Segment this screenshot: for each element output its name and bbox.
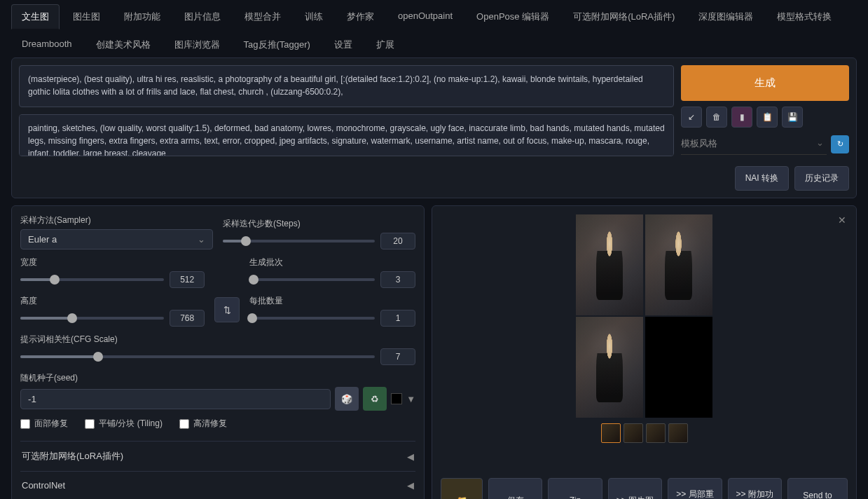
seed-input[interactable] (20, 389, 331, 409)
arrow-icon[interactable]: ↙ (681, 107, 702, 128)
width-label: 宽度 (20, 257, 205, 268)
tab-3[interactable]: 图片信息 (174, 4, 231, 29)
batch-size-value[interactable]: 1 (380, 310, 415, 327)
zip-button[interactable]: Zip (548, 478, 602, 499)
tab-11[interactable]: 模型格式转换 (766, 4, 842, 29)
thumbnail[interactable] (624, 423, 643, 443)
tab-4[interactable]: 模型合并 (234, 4, 291, 29)
save-button[interactable]: 保存 (488, 478, 542, 499)
send-inpaint-button[interactable]: >> 局部重绘 (668, 478, 722, 499)
tab-1[interactable]: 图生图 (62, 4, 111, 29)
gallery-image[interactable] (645, 214, 712, 315)
width-value[interactable]: 512 (170, 271, 205, 288)
nai-convert-button[interactable]: NAI 转换 (735, 166, 789, 191)
tab-13[interactable]: 创建美术风格 (85, 32, 161, 57)
batch-count-slider[interactable] (249, 278, 375, 281)
prompt-input[interactable]: (masterpiece), (best quality), ultra hi … (19, 65, 674, 107)
tab-17[interactable]: 扩展 (366, 32, 405, 57)
thumbnail[interactable] (646, 423, 666, 443)
batch-size-slider[interactable] (249, 317, 375, 320)
face-restore-checkbox[interactable]: 面部修复 (20, 418, 68, 430)
seed-label: 随机种子(seed) (20, 372, 415, 384)
tab-9[interactable]: 可选附加网络(LoRA插件) (563, 4, 685, 29)
hires-checkbox[interactable]: 高清修复 (179, 418, 227, 430)
swap-dimensions-button[interactable]: ⇅ (214, 297, 240, 322)
extra-seed-toggle[interactable]: ▼ (406, 394, 415, 404)
cfg-value[interactable]: 7 (380, 348, 415, 365)
output-gallery[interactable] (576, 214, 712, 443)
steps-label: 采样迭代步数(Steps) (223, 218, 415, 230)
tab-14[interactable]: 图库浏览器 (164, 32, 230, 57)
gallery-image[interactable] (576, 214, 643, 315)
batch-count-value[interactable]: 3 (380, 271, 415, 288)
sampler-label: 采样方法(Sampler) (20, 214, 213, 226)
tab-7[interactable]: openOutpaint (387, 4, 463, 29)
card-icon[interactable]: ▮ (731, 107, 752, 128)
cfg-slider[interactable] (20, 355, 375, 358)
tab-12[interactable]: Dreambooth (11, 32, 83, 57)
tab-2[interactable]: 附加功能 (113, 4, 171, 29)
tab-15[interactable]: Tag反推(Tagger) (233, 32, 321, 57)
gallery-image-empty (645, 317, 712, 418)
refresh-style-icon[interactable]: ↻ (831, 135, 849, 153)
main-tabs: 文生图图生图附加功能图片信息模型合并训练梦作家openOutpaintOpenP… (0, 0, 868, 57)
recycle-icon[interactable]: ♻ (363, 387, 387, 411)
dice-icon[interactable]: 🎲 (335, 387, 359, 411)
lora-accordion[interactable]: 可选附加网络(LoRA插件)◀ (20, 441, 415, 471)
send-extras-button[interactable]: >> 附加功能 (728, 478, 782, 499)
folder-button[interactable]: 📁 (441, 478, 483, 499)
tab-0[interactable]: 文生图 (11, 4, 60, 29)
batch-size-label: 每批数量 (249, 295, 415, 307)
steps-slider[interactable] (223, 240, 375, 242)
controlnet-accordion[interactable]: ControlNet◀ (20, 471, 415, 499)
generate-button[interactable]: 生成 (681, 65, 849, 101)
tab-10[interactable]: 深度图编辑器 (688, 4, 764, 29)
send-img2img-button[interactable]: >> 图生图 (608, 478, 662, 499)
thumbnail[interactable] (601, 423, 621, 443)
height-value[interactable]: 768 (170, 310, 205, 327)
thumbnail[interactable] (668, 423, 688, 443)
settings-panel: 采样方法(Sampler) Euler a 采样迭代步数(Steps) 20 宽… (11, 205, 425, 499)
history-button[interactable]: 历史记录 (794, 166, 849, 191)
height-slider[interactable] (20, 317, 164, 320)
batch-count-label: 生成批次 (249, 257, 415, 268)
save-icon[interactable]: 💾 (782, 107, 803, 128)
style-select[interactable]: 模板风格 (681, 133, 827, 155)
steps-value[interactable]: 20 (380, 233, 415, 250)
width-slider[interactable] (20, 278, 164, 281)
trash-icon[interactable]: 🗑 (706, 107, 727, 128)
tab-16[interactable]: 设置 (324, 32, 363, 57)
tiling-checkbox[interactable]: 平铺/分块 (Tiling) (85, 418, 163, 430)
send-outpaint-button[interactable]: Send to openOutpaint (787, 478, 848, 499)
height-label: 高度 (20, 295, 205, 307)
output-panel: ✕ 📁 保存 Zip >> 图生图 >> 局部重绘 >> 附加功能 Send t… (432, 205, 857, 499)
gallery-image[interactable] (576, 317, 643, 418)
tab-5[interactable]: 训练 (294, 4, 333, 29)
cfg-label: 提示词相关性(CFG Scale) (20, 334, 415, 346)
color-swatch[interactable] (391, 393, 402, 404)
negative-prompt-input[interactable]: painting, sketches, (low quality, worst … (19, 114, 674, 156)
tab-6[interactable]: 梦作家 (336, 4, 385, 29)
clipboard-icon[interactable]: 📋 (757, 107, 778, 128)
close-icon[interactable]: ✕ (838, 214, 846, 226)
tab-8[interactable]: OpenPose 编辑器 (466, 4, 560, 29)
sampler-select[interactable]: Euler a (20, 229, 213, 250)
